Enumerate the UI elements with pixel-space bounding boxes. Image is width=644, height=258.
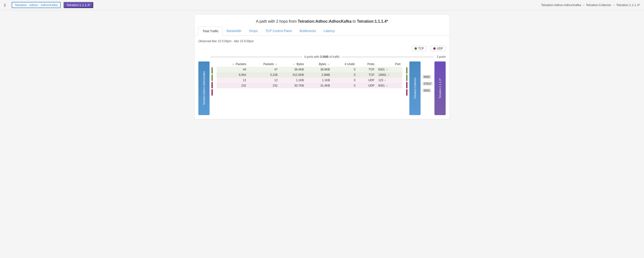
table-row: 6,9445,238512.0KB2.9MB0TCP19091 ↗ [216, 72, 402, 78]
right-ports-label: 3 ports [437, 55, 446, 59]
main-content: A path with 2 hops from Tetration:Adhoc:… [0, 10, 644, 123]
col-unidir: # Unidir. [332, 61, 358, 67]
table-cell: UDP [357, 78, 376, 83]
right-nodes: Tetration:Collector [410, 61, 420, 115]
table-cell: TCP [357, 72, 376, 78]
udp-label: UDP [437, 47, 443, 50]
port-cell: 8301 ↗ [376, 67, 402, 72]
node-collector: Tetration:Collector [410, 61, 420, 115]
table-cell: 30.7KB [280, 83, 306, 88]
table-cell: 6,944 [216, 72, 248, 78]
port-tag-27017: 27017 [422, 82, 432, 85]
flow-diagram: Tetration:Adhoc:AdhocKafka ← Packets [198, 61, 446, 115]
tab-tcp-control-plane[interactable]: TCP Control Plane [262, 27, 296, 36]
panel-title: A path with 2 hops from Tetration:Adhoc:… [194, 14, 450, 27]
tab-bandwidth[interactable]: Bandwidth [223, 27, 245, 36]
table-cell: 5,238 [248, 72, 280, 78]
legend-tcp: TCP [412, 46, 427, 51]
left-bars [212, 61, 213, 97]
table-row: 444738.4KB38.6KB0TCP8301 ↗ [216, 67, 402, 72]
table-cell: 512.0KB [280, 72, 306, 78]
table-cell: 0 [332, 83, 358, 88]
port-tag-8301-1: 8301 [422, 75, 431, 78]
panel-body: Observed Mar 15 5:00pm - Mar 15 6:00pm T… [194, 36, 450, 119]
tab-total-traffic[interactable]: Total Traffic [198, 27, 223, 36]
title-source: Tetration:Adhoc:AdhocKafka [298, 19, 352, 23]
tcp-label: TCP [418, 47, 424, 50]
title-dest: Tetration:1.1.1.4* [357, 19, 388, 23]
table-cell: 0 [332, 72, 358, 78]
table-cell: 31.4KB [306, 83, 332, 88]
tabs: Total Traffic Bandwidth Drops TCP Contro… [194, 27, 450, 36]
port-cell: 8301 ↗ [376, 83, 402, 88]
node-source: Tetration:Adhoc:AdhocKafka [198, 61, 210, 115]
port-cell: 123 ↗ [376, 78, 402, 83]
source-tag[interactable]: Tetration : Adhoc : AdhocKafka [12, 2, 60, 8]
tab-latency[interactable]: Latency [320, 27, 339, 36]
title-middle: to [352, 19, 357, 23]
flow-table: ← Packets Packets → ← Bytes Bytes → # Un… [216, 61, 402, 88]
col-packets-in: ← Packets [216, 61, 248, 67]
table-cell: 0 [332, 78, 358, 83]
table-cell: 1.1KB [306, 78, 332, 83]
table-cell: 232 [216, 83, 248, 88]
external-link-icon[interactable]: ↗ [384, 79, 386, 82]
table-cell: 1.1KB [280, 78, 306, 83]
col-proto: Proto [357, 61, 376, 67]
observed-text: Observed Mar 15 5:00pm - Mar 15 6:00pm [198, 40, 446, 43]
tab-drops[interactable]: Drops [245, 27, 262, 36]
tab-bottlenecks[interactable]: Bottlenecks [296, 27, 320, 36]
dest-tag[interactable]: Tetration:1.1.1.4* [64, 2, 93, 8]
table-cell: 232 [248, 83, 280, 88]
title-prefix: A path with 2 hops from [256, 19, 298, 23]
table-cell: 47 [248, 67, 280, 72]
tcp-dot [414, 47, 417, 50]
col-bytes-out: Bytes → [306, 61, 332, 67]
table-cell: UDP [357, 83, 376, 88]
node-dest-label: Tetration:1.1.1.4* [438, 78, 442, 98]
table-cell: 38.4KB [280, 67, 306, 72]
top-bar: 2 Tetration : Adhoc : AdhocKafka Tetrati… [0, 0, 644, 10]
port-label-8301-1: 8301 [422, 74, 432, 80]
legend-udp: UDP [430, 46, 446, 51]
table-cell: 38.6KB [306, 67, 332, 72]
table-cell: 12 [248, 78, 280, 83]
table-cell: 12 [216, 78, 248, 83]
row-number: 2 [4, 3, 9, 7]
breadcrumb: Tetration:Adhoc:AdhocKafka → Tetration:C… [541, 3, 640, 7]
port-cell: 19091 ↗ [376, 72, 402, 78]
port-tag-8301-2: 8301 [422, 89, 431, 92]
col-bytes-in: ← Bytes [280, 61, 306, 67]
table-cell: 2.9MB [306, 72, 332, 78]
panel: A path with 2 hops from Tetration:Adhoc:… [194, 14, 450, 119]
external-link-icon[interactable]: ↗ [386, 68, 388, 71]
table-row: 12121.1KB1.1KB0UDP123 ↗ [216, 78, 402, 83]
port-label-8301-2: 8301 [422, 87, 432, 94]
table-cell: TCP [357, 67, 376, 72]
flow-table-area: ← Packets Packets → ← Bytes Bytes → # Un… [215, 61, 404, 88]
legend: TCP UDP [198, 46, 446, 51]
right-bars [406, 61, 408, 97]
table-row: 23223230.7KB31.4KB0UDP8301 ↗ [216, 83, 402, 88]
table-cell: 44 [216, 67, 248, 72]
table-cell: 0 [332, 67, 358, 72]
col-port: Port [376, 61, 402, 67]
col-packets-out: Packets → [248, 61, 280, 67]
external-link-icon[interactable]: ↗ [388, 74, 390, 76]
udp-dot [433, 47, 436, 50]
port-labels: 8301 27017 8301 [422, 61, 432, 94]
node-collector-label: Tetration:Collector [414, 78, 416, 99]
node-dest: Tetration:1.1.1.4* [434, 61, 446, 115]
port-label-27017: 27017 [422, 80, 432, 87]
external-link-icon[interactable]: ↗ [386, 84, 388, 87]
node-source-label: Tetration:Adhoc:AdhocKafka [202, 71, 206, 105]
